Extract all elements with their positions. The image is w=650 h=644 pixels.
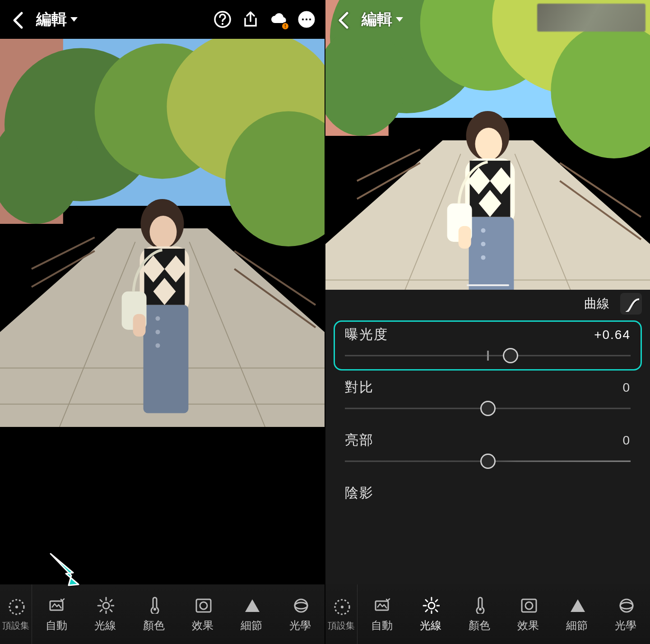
svg-rect-64 — [469, 217, 514, 290]
svg-rect-43 — [133, 314, 146, 337]
share-button[interactable] — [241, 9, 260, 29]
slider-exposure[interactable]: 曝光度 +0.64 — [334, 320, 642, 371]
home-indicator — [467, 284, 509, 286]
tool-color-label: 顏色 — [469, 618, 490, 633]
svg-point-66 — [481, 242, 486, 246]
vignette-icon — [519, 596, 537, 614]
slider-highlights-label: 亮部 — [345, 431, 374, 449]
photo-canvas-right[interactable] — [325, 0, 650, 290]
sync-warning-badge: ! — [281, 22, 289, 30]
sun-icon — [422, 596, 440, 614]
tool-optics[interactable]: 光學 — [601, 584, 650, 644]
slider-exposure-label: 曝光度 — [345, 325, 388, 344]
photo-canvas-left[interactable] — [0, 39, 325, 584]
tool-optics-label: 光學 — [289, 618, 311, 633]
slider-shadows-label: 陰影 — [345, 484, 374, 502]
auto-icon — [47, 596, 65, 614]
lens-icon — [291, 596, 309, 614]
tool-detail-label: 細節 — [241, 618, 262, 633]
more-button[interactable] — [297, 9, 316, 29]
tool-presets-right[interactable]: 頂設集 — [325, 584, 358, 644]
tool-auto[interactable]: 自動 — [32, 584, 81, 644]
svg-point-67 — [481, 255, 486, 260]
chevron-down-icon — [396, 17, 403, 22]
curves-button[interactable] — [620, 293, 642, 315]
tool-auto-label: 自動 — [371, 618, 393, 633]
sun-icon — [96, 596, 114, 614]
slider-contrast[interactable]: 對比 0 — [334, 373, 642, 423]
tool-auto-label: 自動 — [46, 618, 67, 633]
svg-point-41 — [156, 343, 160, 348]
tool-color-label: 顏色 — [143, 618, 165, 633]
slider-exposure-track[interactable] — [345, 348, 631, 363]
svg-point-59 — [475, 128, 502, 160]
mode-title: 編輯 — [36, 9, 67, 30]
svg-point-40 — [156, 330, 160, 334]
mode-dropdown[interactable]: 編輯 — [362, 9, 403, 30]
svg-point-33 — [150, 216, 177, 248]
slider-highlights[interactable]: 亮部 0 — [334, 426, 642, 476]
tool-detail-label: 細節 — [566, 618, 588, 633]
slider-highlights-track[interactable] — [345, 454, 631, 468]
tool-color[interactable]: 顏色 — [130, 584, 178, 644]
back-button[interactable] — [8, 9, 28, 29]
tool-effects-label: 效果 — [192, 618, 214, 633]
slider-exposure-value: +0.64 — [594, 328, 631, 342]
svg-rect-69 — [459, 226, 471, 249]
tool-effects[interactable]: 效果 — [504, 584, 552, 644]
pointer-arrow-annotation — [45, 548, 86, 591]
triangle-icon — [568, 596, 586, 614]
svg-rect-38 — [144, 305, 189, 413]
svg-point-65 — [481, 228, 486, 233]
auto-icon — [373, 596, 391, 614]
mode-title: 編輯 — [362, 9, 392, 30]
tool-auto[interactable]: 自動 — [358, 584, 406, 644]
slider-contrast-thumb[interactable] — [480, 401, 496, 416]
cloud-sync-button[interactable]: ! — [269, 9, 288, 29]
slider-shadows[interactable]: 陰影 — [334, 479, 642, 510]
bottom-toolbar-right: 頂設集 自動光線顏色效果細節光學 — [325, 584, 650, 644]
tool-presets-label: 頂設集 — [328, 620, 355, 632]
tool-light[interactable]: 光線 — [406, 584, 455, 644]
thermometer-icon — [470, 596, 488, 614]
lens-icon — [617, 596, 635, 614]
heal-icon — [7, 597, 25, 615]
slider-contrast-label: 對比 — [345, 378, 374, 397]
tool-light-label: 光線 — [94, 618, 116, 633]
bottom-toolbar-left: 頂設集 自動光線顏色效果細節光學 — [0, 584, 325, 644]
tool-optics-label: 光學 — [615, 618, 636, 633]
tool-light-label: 光線 — [420, 618, 441, 633]
tool-color[interactable]: 顏色 — [455, 584, 504, 644]
tool-light[interactable]: 光線 — [81, 584, 130, 644]
chevron-down-icon — [70, 17, 78, 22]
slider-highlights-value: 0 — [622, 433, 631, 448]
tool-presets-left[interactable]: 頂設集 — [0, 584, 32, 644]
slider-contrast-track[interactable] — [345, 401, 631, 416]
topbar-right: 編輯 — [325, 0, 650, 39]
redacted-area — [537, 4, 645, 32]
pane-after: 編輯 — [325, 0, 650, 644]
curves-label: 曲線 — [584, 295, 609, 312]
pane-before: 編輯 ! — [0, 0, 325, 644]
tool-detail[interactable]: 細節 — [552, 584, 601, 644]
topbar-left: 編輯 ! — [0, 0, 325, 39]
tool-optics[interactable]: 光學 — [276, 584, 325, 644]
tool-presets-label: 頂設集 — [2, 620, 29, 632]
slider-exposure-thumb[interactable] — [503, 348, 518, 363]
vignette-icon — [194, 596, 212, 614]
thermometer-icon — [145, 596, 163, 614]
triangle-icon — [242, 596, 260, 614]
tool-detail[interactable]: 細節 — [227, 584, 276, 644]
tool-effects[interactable]: 效果 — [178, 584, 227, 644]
slider-highlights-thumb[interactable] — [480, 454, 496, 469]
back-button[interactable] — [334, 9, 353, 29]
tool-effects-label: 效果 — [517, 618, 539, 633]
help-button[interactable] — [213, 9, 232, 29]
mode-dropdown[interactable]: 編輯 — [36, 9, 78, 30]
light-panel: 曲線 曝光度 +0.64 對比 0 亮部 0 陰影 — [325, 290, 650, 584]
heal-icon — [332, 597, 350, 615]
slider-contrast-value: 0 — [622, 380, 631, 395]
svg-point-39 — [156, 316, 160, 321]
